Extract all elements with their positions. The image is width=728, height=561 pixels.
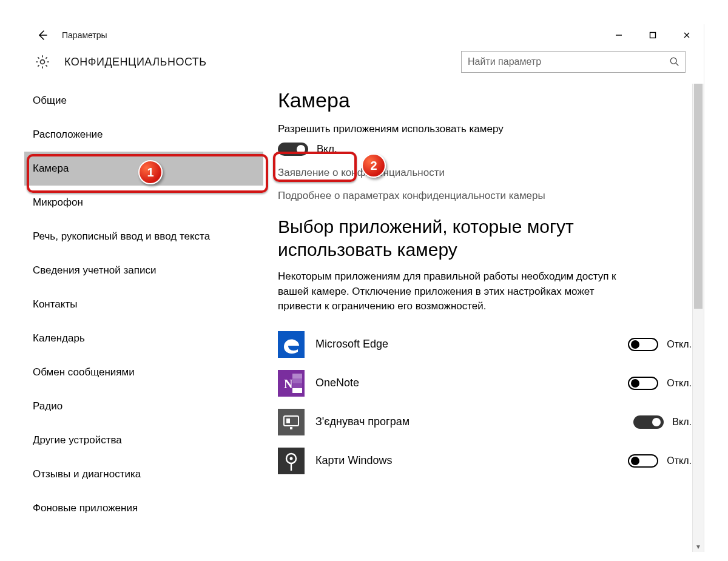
sidebar-item-other-devices[interactable]: Другие устройства — [24, 423, 263, 457]
window-controls — [602, 24, 704, 46]
privacy-more-link[interactable]: Подробнее о параметрах конфиденциальност… — [278, 190, 692, 202]
sidebar: Общие Расположение Камера Микрофон Речь,… — [24, 84, 263, 552]
app-name: З'єднувач програм — [315, 415, 410, 428]
connector-icon — [278, 409, 305, 435]
scrollbar-vertical[interactable]: ▲ ▼ — [692, 84, 704, 552]
sidebar-item-radio[interactable]: Радио — [24, 389, 263, 423]
minimize-icon — [615, 32, 622, 39]
app-name: OneNote — [315, 377, 359, 389]
sidebar-item-account[interactable]: Сведения учетной записи — [24, 254, 263, 287]
sidebar-item-calendar[interactable]: Календарь — [24, 321, 263, 355]
app-toggle-maps[interactable] — [628, 454, 658, 468]
svg-rect-0 — [650, 33, 656, 38]
sidebar-item-general[interactable]: Общие — [24, 84, 263, 118]
close-icon — [683, 32, 690, 39]
body: Общие Расположение Камера Микрофон Речь,… — [24, 84, 704, 552]
titlebar: Параметры — [24, 24, 704, 46]
settings-home-button[interactable] — [32, 51, 53, 73]
camera-master-toggle-wrap: Вкл. — [278, 143, 692, 156]
sidebar-item-messaging[interactable]: Обмен сообщениями — [24, 355, 263, 389]
svg-rect-13 — [290, 427, 292, 429]
svg-rect-7 — [292, 378, 302, 383]
apps-heading: Выбор приложений, которые могут использо… — [278, 215, 692, 261]
app-name: Карти Windows — [315, 454, 392, 467]
sidebar-item-microphone[interactable]: Микрофон — [24, 186, 263, 220]
onenote-icon: N — [278, 370, 305, 397]
svg-rect-8 — [292, 383, 302, 388]
maximize-icon — [649, 32, 656, 39]
app-name: Microsoft Edge — [315, 338, 388, 351]
app-toggle-state: Откл. — [667, 339, 692, 350]
sidebar-item-location[interactable]: Расположение — [24, 118, 263, 152]
scroll-down-icon: ▼ — [693, 541, 704, 552]
back-button[interactable] — [35, 28, 50, 42]
window-title: Параметры — [62, 30, 107, 40]
close-button[interactable] — [670, 24, 704, 46]
app-row-maps: Карти Windows Откл. — [278, 442, 692, 480]
maximize-button[interactable] — [636, 24, 670, 46]
search-icon — [669, 56, 680, 67]
section-title: КОНФИДЕНЦИАЛЬНОСТЬ — [64, 56, 207, 69]
scroll-thumb[interactable] — [694, 84, 703, 309]
app-toggle-onenote[interactable] — [628, 377, 658, 390]
content-pane: Камера Разрешить приложениям использоват… — [263, 84, 704, 552]
header-row: КОНФИДЕНЦИАЛЬНОСТЬ — [24, 46, 704, 84]
privacy-statement-link[interactable]: Заявление о конфиденциальности — [278, 167, 692, 179]
page-title: Камера — [278, 89, 692, 112]
svg-rect-10 — [278, 409, 305, 435]
sidebar-item-speech[interactable]: Речь, рукописный ввод и ввод текста — [24, 220, 263, 254]
svg-point-16 — [290, 457, 293, 460]
svg-point-1 — [41, 60, 45, 64]
gear-icon — [35, 54, 50, 70]
app-row-edge: Microsoft Edge Откл. — [278, 325, 692, 364]
app-toggle-state: Откл. — [667, 455, 692, 466]
search-box[interactable] — [461, 51, 686, 73]
sidebar-item-feedback[interactable]: Отзывы и диагностика — [24, 457, 263, 491]
camera-master-toggle[interactable] — [278, 143, 308, 156]
settings-window: Параметры КОНФИДЕНЦИАЛЬ — [24, 24, 704, 552]
app-row-onenote: N OneNote Откл. — [278, 364, 692, 403]
edge-icon — [278, 331, 305, 358]
app-row-connector: З'єднувач програм Вкл. — [278, 403, 692, 442]
search-input[interactable] — [467, 56, 669, 68]
apps-desc: Некоторым приложениям для правильной раб… — [278, 269, 618, 314]
sidebar-item-background[interactable]: Фоновые приложения — [24, 491, 263, 525]
app-toggle-state: Откл. — [667, 378, 692, 389]
svg-text:N: N — [284, 377, 293, 391]
svg-rect-12 — [286, 418, 290, 423]
svg-rect-6 — [292, 374, 302, 378]
back-arrow-icon — [36, 29, 49, 41]
maps-icon — [278, 448, 305, 474]
svg-point-2 — [670, 58, 676, 64]
app-toggle-state: Вкл. — [672, 417, 692, 428]
sidebar-item-contacts[interactable]: Контакты — [24, 287, 263, 321]
app-toggle-edge[interactable] — [628, 338, 658, 351]
sidebar-item-camera[interactable]: Камера — [24, 152, 263, 186]
allow-apps-label: Разрешить приложениям использовать камер… — [278, 123, 692, 135]
app-toggle-connector[interactable] — [633, 415, 664, 429]
camera-master-toggle-state: Вкл. — [317, 143, 337, 155]
minimize-button[interactable] — [602, 24, 636, 46]
